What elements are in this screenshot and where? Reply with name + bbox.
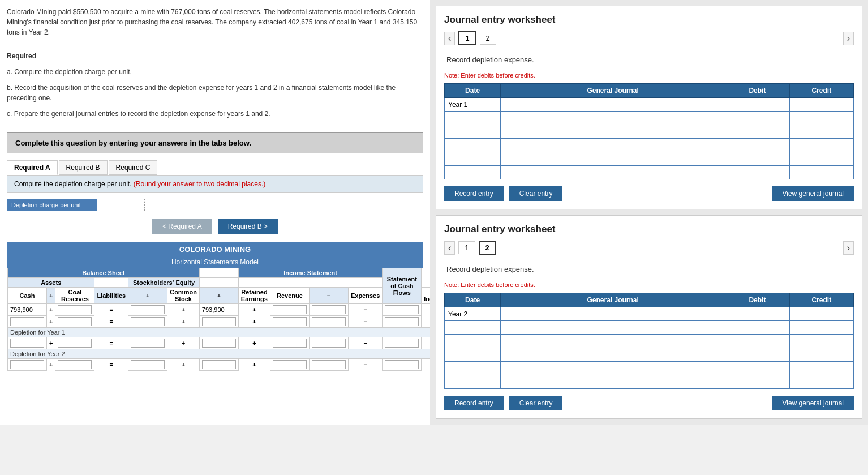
journal1-credit-input-5[interactable] (793, 155, 850, 163)
journal1-journal-input-4[interactable] (504, 142, 721, 149)
journal1-prev-arrow[interactable]: ‹ (444, 32, 455, 45)
journal2-journal-input-5[interactable] (504, 365, 721, 373)
yr2-coal[interactable] (58, 360, 92, 369)
journal1-clear-button[interactable]: Clear entry (509, 186, 563, 201)
journal2-clear-button[interactable]: Clear entry (509, 396, 563, 410)
liabilities-input-2[interactable] (131, 317, 165, 326)
journal1-credit-input-4[interactable] (793, 142, 850, 149)
yr1-re[interactable] (273, 339, 307, 348)
journal1-credit-input-1[interactable] (793, 101, 850, 109)
journal2-debit-input-6[interactable] (729, 378, 785, 386)
journal2-debit-input-1[interactable] (729, 310, 785, 318)
journal2-debit-input-3[interactable] (729, 337, 785, 345)
yr2-exp[interactable] (385, 360, 419, 369)
journal2-debit-input-5[interactable] (729, 365, 785, 373)
journal2-debit-input-4[interactable] (729, 351, 785, 359)
journal1-view-button[interactable]: View general journal (772, 186, 854, 201)
yr2-cash[interactable] (10, 360, 44, 369)
journal1-debit-input-2[interactable] (729, 114, 785, 122)
journal2-journal-input-1[interactable] (504, 310, 721, 318)
journal1-num-1[interactable]: 1 (458, 31, 476, 45)
retained-earnings-input-2[interactable] (273, 317, 307, 326)
coal-reserves-input-1[interactable] (58, 305, 92, 314)
journal2-date-header: Date (445, 293, 501, 307)
journal2-journal-input-6[interactable] (504, 378, 721, 386)
journal2-credit-header: Credit (789, 293, 853, 307)
prev-button[interactable]: < Required A (152, 219, 212, 234)
yr2-re[interactable] (273, 360, 307, 369)
journal2-credit-input-3[interactable] (793, 337, 850, 345)
journal2-debit-input-2[interactable] (729, 324, 785, 332)
journal1-debit-input-3[interactable] (729, 128, 785, 136)
journal2-num-1[interactable]: 1 (458, 241, 475, 254)
liabilities-input-1[interactable] (131, 305, 165, 314)
journal1-row-4 (445, 139, 854, 152)
retained-earnings-input-1[interactable] (273, 305, 307, 314)
retained-earnings-header: Retained Earnings (238, 288, 270, 304)
journal2-num-2[interactable]: 2 (479, 241, 496, 255)
journal1-journal-input-1[interactable] (504, 101, 721, 109)
journal2-credit-input-6[interactable] (793, 378, 850, 386)
coal-reserves-input-2[interactable] (58, 317, 92, 326)
next-button[interactable]: Required B > (218, 219, 278, 234)
revenue-input-1[interactable] (312, 305, 346, 314)
depletion-input[interactable] (100, 199, 145, 211)
cash-flows-header: Statement of Cash Flows (383, 268, 422, 304)
coal-reserves-header: Coal Reserves (55, 288, 94, 304)
journal1-debit-input-5[interactable] (729, 155, 785, 163)
cash-input-2[interactable] (10, 317, 44, 326)
se-header: Stockholders' Equity (128, 278, 200, 288)
liabilities-header: Liabilities (94, 288, 128, 304)
expenses-input-2[interactable] (385, 317, 419, 326)
journal2-credit-input-2[interactable] (793, 324, 850, 332)
tab-required-c[interactable]: Required C (109, 160, 158, 175)
journal2-prev-arrow[interactable]: ‹ (444, 241, 455, 255)
yr1-rev[interactable] (312, 339, 346, 348)
expenses-input-1[interactable] (385, 305, 419, 314)
journal2-row-4 (445, 348, 854, 362)
journal1-credit-header: Credit (789, 84, 853, 98)
journal2-journal-header: General Journal (501, 293, 725, 307)
journal1-credit-input-2[interactable] (793, 114, 850, 122)
yr1-liab[interactable] (131, 339, 165, 348)
revenue-input-2[interactable] (312, 317, 346, 326)
journal1-journal-input-6[interactable] (504, 169, 721, 177)
journal2-journal-input-4[interactable] (504, 351, 721, 359)
journal1-debit-input-6[interactable] (729, 169, 785, 177)
journal1-row-2 (445, 112, 854, 125)
yr1-cash[interactable] (10, 339, 44, 348)
journal1-journal-input-3[interactable] (504, 128, 721, 136)
journal2-credit-input-1[interactable] (793, 310, 850, 318)
model-title: COLORADO MINING (7, 242, 423, 256)
journal2-credit-input-5[interactable] (793, 365, 850, 373)
journal1-credit-input-6[interactable] (793, 169, 850, 177)
journal1-journal-input-5[interactable] (504, 155, 721, 163)
journal2-next-arrow[interactable]: › (843, 241, 854, 255)
journal1-next-arrow[interactable]: › (843, 32, 854, 45)
journal2-view-button[interactable]: View general journal (772, 396, 854, 410)
journal1-debit-input-4[interactable] (729, 142, 785, 149)
journal1-credit-input-3[interactable] (793, 128, 850, 136)
journal1-record-button[interactable]: Record entry (444, 186, 504, 201)
journal2-record-button[interactable]: Record entry (444, 396, 504, 410)
journal1-nav: ‹ 1 2 › (444, 31, 854, 45)
journal2-table: Date General Journal Debit Credit Year 2 (444, 293, 854, 389)
common-stock-input-2[interactable] (202, 317, 236, 326)
journal1-num-2[interactable]: 2 (480, 32, 496, 45)
journal1-journal-input-2[interactable] (504, 114, 721, 122)
yr2-rev[interactable] (312, 360, 346, 369)
common-stock-value: 793,900 (199, 304, 238, 316)
journal2-credit-input-4[interactable] (793, 351, 850, 359)
journal2-journal-input-2[interactable] (504, 324, 721, 332)
yr1-exp[interactable] (385, 339, 419, 348)
yr2-cs[interactable] (202, 360, 236, 369)
tab-instruction-highlight: (Round your answer to two decimal places… (134, 180, 265, 188)
tab-required-a[interactable]: Required A (7, 160, 58, 175)
tab-required-b[interactable]: Required B (59, 160, 108, 175)
journal1-debit-input-1[interactable] (729, 101, 785, 109)
yr2-liab[interactable] (131, 360, 165, 369)
yr1-cs[interactable] (202, 339, 236, 348)
yr1-coal[interactable] (58, 339, 92, 348)
journal2-row-5 (445, 362, 854, 375)
journal2-journal-input-3[interactable] (504, 337, 721, 345)
